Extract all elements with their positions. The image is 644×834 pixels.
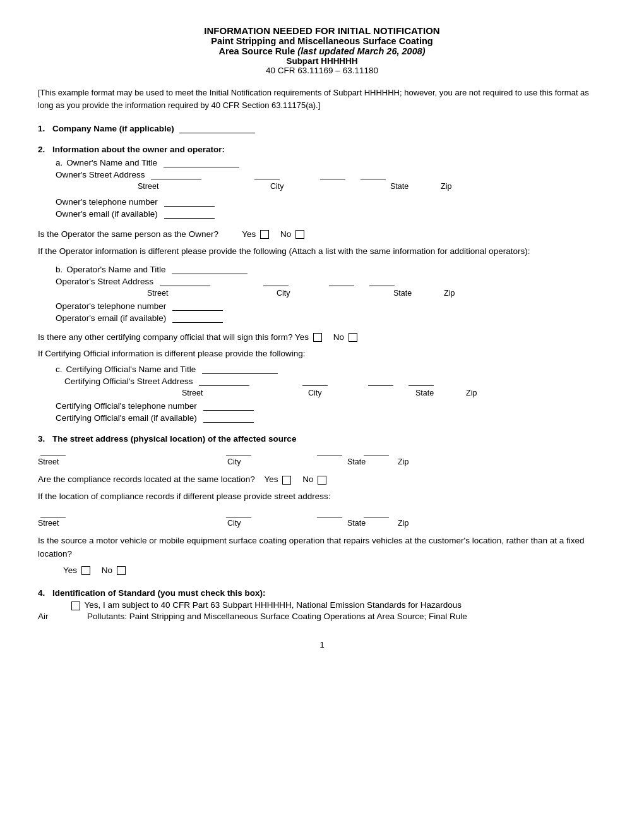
- operator-phone-blank[interactable]: [172, 302, 223, 311]
- s3-street-blank2[interactable]: [40, 509, 66, 517]
- street-label: Street: [138, 182, 251, 191]
- no-label-comp: No: [302, 474, 313, 484]
- section3: 3. The street address (physical location…: [38, 434, 606, 577]
- compliance-note: If the location of compliance records if…: [38, 490, 606, 504]
- certifying-zip-blank[interactable]: [408, 377, 434, 386]
- s3-street-blank[interactable]: [40, 447, 66, 456]
- yes-checkbox-motor[interactable]: [81, 566, 90, 575]
- certifying-name-blank[interactable]: [202, 365, 278, 374]
- certifying-note: If Certifying Official information is di…: [38, 347, 606, 361]
- operator-email-blank[interactable]: [172, 314, 223, 323]
- owner-name-title-label: Owner's Name and Title: [66, 158, 157, 167]
- owner-name-blank[interactable]: [164, 159, 239, 167]
- owner-email-label: Owner's email (if available): [56, 209, 158, 219]
- s3-zip-blank[interactable]: [364, 447, 389, 456]
- section2: 2. Information about the owner and opera…: [38, 145, 606, 423]
- motor-yes-label: Yes: [63, 565, 77, 575]
- header-title3-italic: (last updated March 26, 2008): [297, 46, 425, 56]
- operator-street-blank[interactable]: [160, 277, 210, 286]
- state-label: State: [390, 182, 428, 191]
- section3-blanks: [38, 447, 606, 456]
- operator-b-label: b.: [56, 265, 63, 274]
- s3-state-blank[interactable]: [317, 447, 342, 456]
- owner-name-label: a.: [56, 158, 63, 167]
- certifying-street-blank[interactable]: [199, 377, 249, 386]
- section1: 1. Company Name (if applicable): [38, 124, 606, 133]
- header-title2: Paint Stripping and Miscellaneous Surfac…: [38, 36, 606, 46]
- company-name-blank[interactable]: [179, 124, 255, 133]
- header-title1: INFORMATION NEEDED FOR INITIAL NOTIFICAT…: [38, 25, 606, 36]
- certifying-city-sub-label: City: [308, 389, 397, 397]
- operator-state-sub-label: State: [393, 289, 431, 298]
- operator-name-blank[interactable]: [172, 265, 247, 274]
- section3-blanks2: [38, 509, 606, 517]
- owner-street-label: Owner's Street Address: [56, 170, 145, 179]
- operator-address-labels: Street City State Zip: [147, 289, 606, 298]
- yes-checkbox-section4[interactable]: [71, 601, 80, 610]
- no-checkbox-cert[interactable]: [349, 333, 357, 342]
- certifying-same-line: Is there any other certifying company of…: [38, 330, 606, 345]
- yes-label-1: Yes: [242, 229, 256, 239]
- certifying-zip-sub-label: Zip: [466, 389, 477, 397]
- section1-num: 1.: [38, 124, 45, 133]
- certifying-phone-blank[interactable]: [203, 402, 254, 411]
- certifying-name-line: c. Certifying Official's Name and Title: [56, 365, 606, 374]
- section2-label: Information about the owner and operator…: [52, 145, 225, 154]
- owner-email-blank[interactable]: [164, 210, 215, 219]
- operator-state-blank[interactable]: [329, 277, 354, 286]
- owner-state-blank[interactable]: [320, 171, 345, 179]
- page-header: INFORMATION NEEDED FOR INITIAL NOTIFICAT…: [38, 25, 606, 75]
- section4-yes-text: Yes, I am subject to 40 CFR Part 63 Subp…: [85, 600, 462, 610]
- operator-phone-line: Operator's telephone number: [56, 301, 606, 311]
- section3-address-labels2: Street City State Zip: [38, 519, 606, 528]
- yes-checkbox-1[interactable]: [260, 230, 269, 239]
- intro-text: [This example format may be used to meet…: [38, 87, 606, 111]
- s3-state-blank2[interactable]: [317, 509, 342, 517]
- operator-email-label: Operator's email (if available): [56, 313, 166, 323]
- no-checkbox-motor[interactable]: [117, 566, 126, 575]
- s3-zip-label: Zip: [398, 457, 408, 466]
- owner-city-blank[interactable]: [254, 171, 280, 179]
- header-title3-normal: Area Source Rule: [218, 46, 297, 56]
- operator-note: If the Operator information is different…: [38, 245, 606, 258]
- pollutants-text: Pollutants: Paint Stripping and Miscella…: [87, 612, 606, 621]
- header-subpart: Subpart HHHHHH: [38, 56, 606, 66]
- section1-label: Company Name (if applicable): [52, 124, 174, 133]
- s3-city-blank2[interactable]: [226, 509, 251, 517]
- operator-street-sub-label: Street: [147, 289, 258, 298]
- yes-checkbox-comp[interactable]: [282, 476, 291, 485]
- operator-city-sub-label: City: [277, 289, 374, 298]
- certifying-email-label: Certifying Official's email (if availabl…: [56, 413, 197, 423]
- certifying-c-label: c.: [56, 365, 63, 374]
- no-checkbox-comp[interactable]: [318, 476, 326, 485]
- owner-phone-blank[interactable]: [164, 198, 215, 207]
- operator-city-blank[interactable]: [263, 277, 289, 286]
- no-checkbox-1[interactable]: [295, 230, 304, 239]
- certifying-name-title-label: Certifying Official's Name and Title: [66, 365, 196, 374]
- certifying-phone-label: Certifying Official's telephone number: [56, 401, 197, 411]
- owner-phone-label: Owner's telephone number: [56, 197, 158, 207]
- operator-zip-sub-label: Zip: [444, 289, 455, 298]
- certifying-email-blank[interactable]: [203, 414, 254, 423]
- owner-street-blank1[interactable]: [151, 171, 201, 179]
- certifying-street-sub-label: Street: [182, 389, 277, 397]
- s3-city-label: City: [227, 457, 328, 466]
- operator-zip-blank[interactable]: [369, 277, 395, 286]
- yes-checkbox-cert[interactable]: [313, 333, 322, 342]
- section2c: c. Certifying Official's Name and Title …: [56, 365, 606, 423]
- certifying-state-blank[interactable]: [368, 377, 393, 386]
- owner-email-line: Owner's email (if available): [56, 209, 606, 219]
- operator-street-label: Operator's Street Address: [56, 277, 153, 286]
- motor-question-text: Is the source a motor vehicle or mobile …: [38, 534, 606, 561]
- header-title3: Area Source Rule (last updated March 26,…: [38, 46, 606, 56]
- certifying-street-label-line: Certifying Official's Street Address: [56, 377, 606, 386]
- section3-num: 3.: [38, 434, 45, 444]
- s3-state-label2: State: [347, 519, 398, 528]
- s3-zip-blank2[interactable]: [364, 509, 389, 517]
- owner-zip-blank[interactable]: [361, 171, 386, 179]
- s3-city-blank[interactable]: [226, 447, 251, 456]
- air-label: Air: [38, 612, 56, 621]
- s3-city-label2: City: [227, 519, 328, 528]
- operator-street-label-line: Operator's Street Address: [56, 277, 606, 286]
- certifying-city-blank[interactable]: [302, 377, 328, 386]
